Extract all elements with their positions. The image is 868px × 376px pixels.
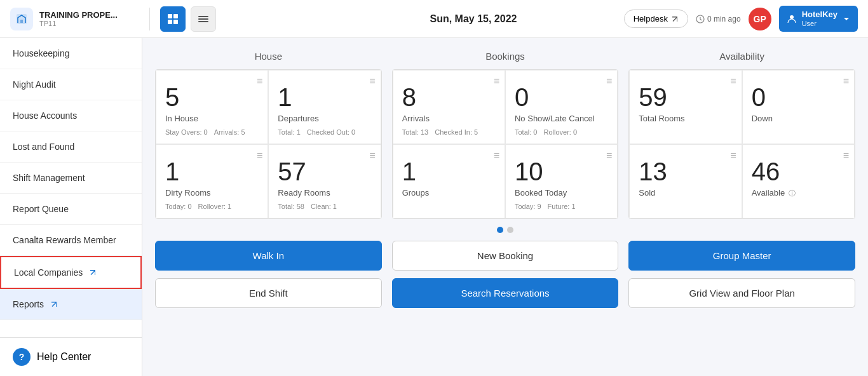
card-menu-icon[interactable]: ≡	[494, 150, 499, 161]
grid-view-button[interactable]	[160, 6, 186, 32]
card-menu-icon[interactable]: ≡	[606, 150, 612, 161]
svg-rect-2	[168, 14, 172, 18]
sidebar-item-lost-found[interactable]: Lost and Found	[0, 131, 142, 163]
helpdesk-label: Helpdesk	[634, 14, 668, 24]
sidebar-item-reports[interactable]: Reports	[0, 289, 142, 320]
sidebar-item-label: Lost and Found	[13, 142, 74, 152]
logo-text: TRAINING PROPE... TP11	[39, 10, 118, 27]
booked-today-number: 10	[515, 158, 608, 185]
ready-rooms-card[interactable]: ≡ 57 Ready Rooms Total: 58 Clean: 1	[268, 144, 381, 218]
info-icon[interactable]: ⓘ	[789, 189, 796, 197]
pagination-dot-1[interactable]	[497, 227, 503, 233]
house-cards: ≡ 5 In House Stay Overs: 0 Arrivals: 5 ≡…	[155, 69, 382, 219]
house-section-header: House	[155, 51, 382, 62]
available-number: 46	[752, 158, 845, 185]
no-show-label: No Show/Late Cancel	[515, 114, 608, 123]
availability-cards: ≡ 59 Total Rooms ≡ 0 Down ≡ 13 Sol	[628, 69, 855, 219]
ready-rooms-label: Ready Rooms	[278, 188, 371, 198]
sidebar-item-label: Night Audit	[13, 79, 56, 90]
sold-card[interactable]: ≡ 13 Sold	[629, 144, 742, 219]
nav-icons	[160, 6, 216, 32]
dirty-rooms-footer: Today: 0 Rollover: 1	[165, 203, 259, 210]
dirty-rooms-card[interactable]: ≡ 1 Dirty Rooms Today: 0 Rollover: 1	[156, 144, 268, 218]
bookings-section-header: Bookings	[392, 51, 619, 62]
sidebar-item-label: Report Queue	[13, 204, 69, 214]
sidebar-item-label: Canalta Rewards Member	[13, 235, 116, 245]
total-rooms-number: 59	[639, 83, 732, 111]
departures-number: 1	[278, 83, 371, 111]
sidebar-item-housekeeping[interactable]: Housekeeping	[0, 38, 142, 69]
arrivals-footer: Total: 13 Checked In: 5	[402, 128, 496, 136]
user-menu-button[interactable]: HotelKey User	[779, 6, 858, 32]
booked-today-card[interactable]: ≡ 10 Booked Today Today: 9 Future: 1	[505, 144, 618, 218]
down-label: Down	[752, 114, 845, 123]
svg-rect-3	[173, 14, 178, 18]
groups-card[interactable]: ≡ 1 Groups	[393, 144, 505, 218]
departures-label: Departures	[278, 114, 371, 123]
action-buttons-row1: Walk In New Booking Group Master	[155, 241, 855, 271]
available-label: Available ⓘ	[752, 188, 845, 198]
in-house-footer: Stay Overs: 0 Arrivals: 5	[165, 128, 259, 136]
help-circle-icon: ?	[13, 348, 31, 366]
timer-info: 0 min ago	[696, 15, 741, 24]
sidebar-item-house-accounts[interactable]: House Accounts	[0, 100, 142, 131]
card-menu-icon[interactable]: ≡	[257, 76, 262, 87]
no-show-card[interactable]: ≡ 0 No Show/Late Cancel Total: 0 Rollove…	[505, 70, 618, 144]
section-headers: House Bookings Availability	[155, 51, 855, 62]
in-house-number: 5	[165, 83, 259, 111]
menu-button[interactable]	[191, 6, 216, 32]
user-sub: User	[802, 20, 837, 28]
sidebar-item-canalta-rewards[interactable]: Canalta Rewards Member	[0, 225, 142, 256]
group-master-button[interactable]: Group Master	[628, 241, 855, 271]
user-name: HotelKey	[802, 10, 837, 20]
card-menu-icon[interactable]: ≡	[843, 150, 849, 161]
card-menu-icon[interactable]: ≡	[369, 76, 375, 87]
logo-sub: TP11	[39, 20, 118, 27]
groups-number: 1	[402, 158, 496, 185]
svg-rect-1	[20, 20, 23, 23]
helpdesk-button[interactable]: Helpdesk	[624, 10, 688, 28]
svg-point-10	[790, 15, 794, 19]
groups-label: Groups	[402, 188, 496, 198]
card-menu-icon[interactable]: ≡	[843, 76, 849, 87]
departures-card[interactable]: ≡ 1 Departures Total: 1 Checked Out: 0	[268, 70, 381, 144]
search-reservations-button[interactable]: Search Reservations	[392, 278, 619, 308]
down-card[interactable]: ≡ 0 Down	[742, 70, 855, 144]
ready-rooms-number: 57	[278, 158, 371, 185]
card-menu-icon[interactable]: ≡	[606, 76, 612, 87]
in-house-card[interactable]: ≡ 5 In House Stay Overs: 0 Arrivals: 5	[156, 70, 268, 144]
sidebar-item-report-queue[interactable]: Report Queue	[0, 194, 142, 225]
end-shift-button[interactable]: End Shift	[155, 278, 382, 308]
card-menu-icon[interactable]: ≡	[730, 150, 736, 161]
avatar: GP	[749, 8, 771, 30]
timer-label: 0 min ago	[707, 15, 741, 24]
arrivals-card[interactable]: ≡ 8 Arrivals Total: 13 Checked In: 5	[393, 70, 505, 144]
main-content: House Bookings Availability ≡ 5 In House…	[142, 38, 868, 376]
sidebar-item-label: Local Companies	[14, 267, 83, 278]
svg-rect-8	[198, 21, 208, 22]
total-rooms-card[interactable]: ≡ 59 Total Rooms	[629, 70, 742, 144]
available-card[interactable]: ≡ 46 Available ⓘ	[742, 144, 855, 219]
grid-view-floor-plan-button[interactable]: Grid View and Floor Plan	[628, 278, 855, 308]
sold-label: Sold	[639, 188, 732, 198]
help-center-label: Help Center	[37, 351, 91, 363]
arrivals-label: Arrivals	[402, 114, 496, 123]
svg-rect-6	[198, 16, 208, 17]
dirty-rooms-number: 1	[165, 158, 259, 185]
sidebar-item-label: Reports	[13, 299, 44, 309]
sidebar-item-night-audit[interactable]: Night Audit	[0, 69, 142, 100]
availability-section-header: Availability	[628, 51, 855, 62]
card-menu-icon[interactable]: ≡	[257, 150, 262, 161]
booking-cards: ≡ 8 Arrivals Total: 13 Checked In: 5 ≡ 0…	[392, 69, 619, 219]
header-date: Sun, May 15, 2022	[430, 13, 517, 25]
card-menu-icon[interactable]: ≡	[369, 150, 375, 161]
pagination-dot-2[interactable]	[507, 227, 513, 233]
walk-in-button[interactable]: Walk In	[155, 241, 382, 271]
sidebar-item-shift-management[interactable]: Shift Management	[0, 163, 142, 194]
help-center[interactable]: ? Help Center	[0, 337, 142, 376]
sidebar-item-local-companies[interactable]: Local Companies	[0, 256, 142, 289]
new-booking-button[interactable]: New Booking	[392, 241, 619, 271]
header-right: Helpdesk 0 min ago GP HotelKey User	[624, 6, 858, 32]
card-menu-icon[interactable]: ≡	[494, 76, 499, 87]
card-menu-icon[interactable]: ≡	[730, 76, 736, 87]
